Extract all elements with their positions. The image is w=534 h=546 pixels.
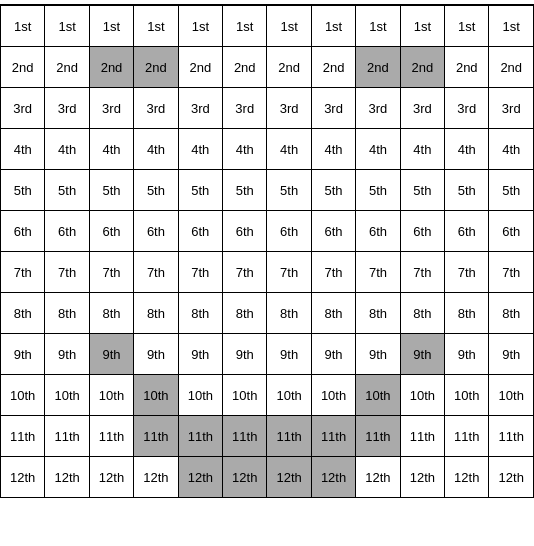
table-cell: 7th	[1, 252, 45, 293]
table-cell: 2nd	[445, 47, 489, 88]
table-cell: 8th	[45, 293, 89, 334]
table-cell: 4th	[45, 129, 89, 170]
table-cell: 1st	[134, 6, 178, 47]
table-cell: 10th	[311, 375, 355, 416]
table-cell: 4th	[311, 129, 355, 170]
table-cell: 8th	[134, 293, 178, 334]
table-cell: 9th	[89, 334, 133, 375]
table-row: 2nd2nd2nd2nd2nd2nd2nd2nd2nd2nd2nd2nd	[1, 47, 534, 88]
table-cell: 5th	[89, 170, 133, 211]
table-cell: 4th	[1, 129, 45, 170]
table-cell: 3rd	[178, 88, 222, 129]
table-cell: 2nd	[400, 47, 444, 88]
table-cell: 9th	[223, 334, 267, 375]
table-cell: 2nd	[178, 47, 222, 88]
table-cell: 7th	[45, 252, 89, 293]
table-cell: 12th	[45, 457, 89, 498]
table-cell: 1st	[356, 6, 400, 47]
table-cell: 6th	[400, 211, 444, 252]
table-cell: 11th	[311, 416, 355, 457]
table-cell: 8th	[311, 293, 355, 334]
table-row: 6th6th6th6th6th6th6th6th6th6th6th6th	[1, 211, 534, 252]
table-cell: 11th	[223, 416, 267, 457]
table-cell: 4th	[89, 129, 133, 170]
table-cell: 1st	[223, 6, 267, 47]
table-cell: 6th	[89, 211, 133, 252]
ordinal-table: 1st1st1st1st1st1st1st1st1st1st1st1st2nd2…	[0, 5, 534, 498]
table-cell: 8th	[223, 293, 267, 334]
table-cell: 11th	[400, 416, 444, 457]
table-cell: 2nd	[267, 47, 311, 88]
table-cell: 9th	[311, 334, 355, 375]
table-cell: 4th	[445, 129, 489, 170]
table-cell: 8th	[267, 293, 311, 334]
table-cell: 3rd	[311, 88, 355, 129]
table-cell: 12th	[489, 457, 534, 498]
table-cell: 7th	[89, 252, 133, 293]
table-cell: 11th	[489, 416, 534, 457]
table-cell: 7th	[445, 252, 489, 293]
table-cell: 1st	[311, 6, 355, 47]
table-cell: 3rd	[445, 88, 489, 129]
table-cell: 5th	[489, 170, 534, 211]
table-cell: 11th	[356, 416, 400, 457]
table-cell: 8th	[445, 293, 489, 334]
table-cell: 6th	[223, 211, 267, 252]
table-row: 4th4th4th4th4th4th4th4th4th4th4th4th	[1, 129, 534, 170]
table-cell: 2nd	[45, 47, 89, 88]
table-cell: 9th	[267, 334, 311, 375]
table-row: 12th12th12th12th12th12th12th12th12th12th…	[1, 457, 534, 498]
table-cell: 12th	[89, 457, 133, 498]
table-cell: 7th	[134, 252, 178, 293]
table-cell: 4th	[489, 129, 534, 170]
table-cell: 3rd	[356, 88, 400, 129]
table-cell: 2nd	[1, 47, 45, 88]
table-cell: 5th	[45, 170, 89, 211]
table-cell: 5th	[445, 170, 489, 211]
table-cell: 5th	[1, 170, 45, 211]
table-cell: 9th	[445, 334, 489, 375]
table-cell: 1st	[1, 6, 45, 47]
table-cell: 10th	[489, 375, 534, 416]
table-cell: 7th	[267, 252, 311, 293]
table-cell: 8th	[400, 293, 444, 334]
table-cell: 12th	[400, 457, 444, 498]
table-cell: 10th	[89, 375, 133, 416]
table-cell: 12th	[1, 457, 45, 498]
table-row: 1st1st1st1st1st1st1st1st1st1st1st1st	[1, 6, 534, 47]
table-cell: 6th	[134, 211, 178, 252]
table-cell: 7th	[400, 252, 444, 293]
table-cell: 11th	[134, 416, 178, 457]
table-cell: 8th	[89, 293, 133, 334]
table-cell: 9th	[178, 334, 222, 375]
table-cell: 6th	[356, 211, 400, 252]
table-cell: 12th	[356, 457, 400, 498]
table-cell: 1st	[178, 6, 222, 47]
table-row: 8th8th8th8th8th8th8th8th8th8th8th8th	[1, 293, 534, 334]
table-cell: 1st	[489, 6, 534, 47]
table-cell: 6th	[445, 211, 489, 252]
table-cell: 5th	[223, 170, 267, 211]
table-row: 10th10th10th10th10th10th10th10th10th10th…	[1, 375, 534, 416]
table-cell: 2nd	[223, 47, 267, 88]
table-cell: 12th	[311, 457, 355, 498]
table-cell: 4th	[134, 129, 178, 170]
table-cell: 3rd	[267, 88, 311, 129]
table-cell: 6th	[267, 211, 311, 252]
table-cell: 3rd	[89, 88, 133, 129]
table-cell: 6th	[1, 211, 45, 252]
table-cell: 3rd	[400, 88, 444, 129]
table-cell: 10th	[356, 375, 400, 416]
table-cell: 7th	[223, 252, 267, 293]
table-cell: 7th	[356, 252, 400, 293]
table-cell: 6th	[311, 211, 355, 252]
table-cell: 1st	[89, 6, 133, 47]
table-cell: 4th	[178, 129, 222, 170]
table-cell: 11th	[178, 416, 222, 457]
table-cell: 7th	[178, 252, 222, 293]
table-cell: 6th	[178, 211, 222, 252]
table-cell: 12th	[445, 457, 489, 498]
table-row: 7th7th7th7th7th7th7th7th7th7th7th7th	[1, 252, 534, 293]
table-row: 5th5th5th5th5th5th5th5th5th5th5th5th	[1, 170, 534, 211]
table-cell: 11th	[45, 416, 89, 457]
